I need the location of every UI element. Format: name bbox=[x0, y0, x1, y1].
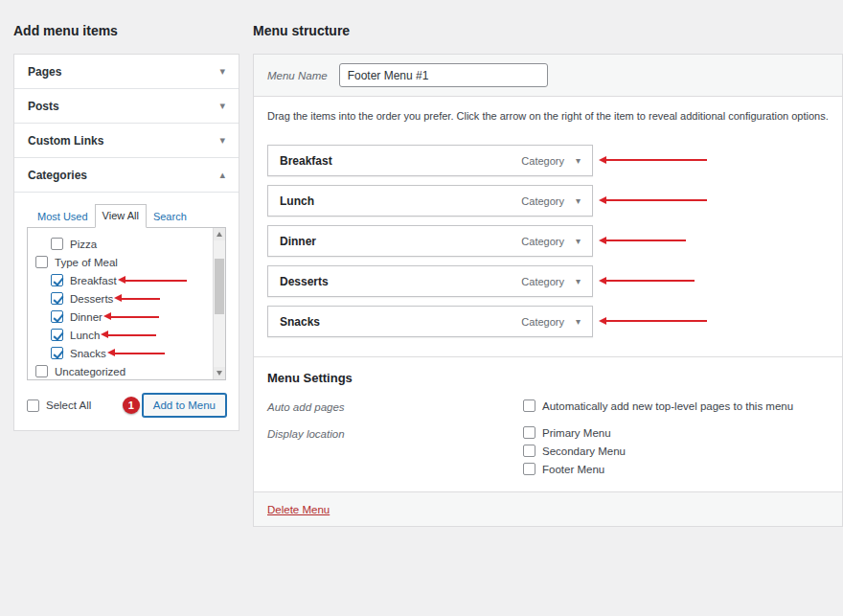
category-label: Pizza bbox=[70, 239, 97, 250]
add-menu-items-title: Add menu items bbox=[13, 23, 118, 38]
step-1-badge: 1 bbox=[123, 397, 140, 414]
tab-most-used[interactable]: Most Used bbox=[31, 206, 95, 228]
red-arrow-left-icon bbox=[606, 159, 707, 161]
red-arrow-left-icon bbox=[606, 280, 695, 282]
category-checkbox-pizza[interactable] bbox=[51, 238, 63, 250]
scrollbar-thumb[interactable] bbox=[215, 259, 224, 314]
red-arrow-left-icon bbox=[108, 334, 156, 336]
primary-menu-checkbox[interactable] bbox=[523, 426, 535, 439]
menu-item-meta: Category ▾ bbox=[521, 155, 581, 167]
menu-item-snacks[interactable]: Snacks Category ▾ bbox=[267, 306, 593, 337]
category-label: Snacks bbox=[70, 348, 106, 359]
category-row-pizza: Pizza bbox=[32, 235, 210, 253]
location-row-primary: Primary Menu bbox=[523, 426, 611, 439]
add-to-menu-actions: 1 Add to Menu bbox=[123, 394, 226, 417]
accordion-custom-links[interactable]: Custom Links ▾ bbox=[14, 124, 239, 158]
accordion-posts[interactable]: Posts ▾ bbox=[14, 89, 239, 124]
menu-item-dinner[interactable]: Dinner Category ▾ bbox=[267, 225, 593, 257]
add-to-menu-button[interactable]: Add to Menu bbox=[143, 394, 226, 417]
location-row-footer: Footer Menu bbox=[523, 463, 604, 475]
accordion-categories[interactable]: Categories ▴ bbox=[14, 158, 239, 193]
delete-menu-link[interactable]: Delete Menu bbox=[267, 504, 330, 515]
section-divider bbox=[254, 356, 842, 357]
chevron-down-icon[interactable]: ▾ bbox=[576, 236, 581, 246]
menu-name-label: Menu Name bbox=[267, 70, 328, 81]
menu-item-type: Category bbox=[521, 195, 564, 207]
category-label: Lunch bbox=[70, 330, 100, 341]
wordpress-menus-screen: Add menu items Pages ▾ Posts ▾ Custom Li… bbox=[0, 0, 843, 616]
category-row-type-of-meal: Type of Meal bbox=[32, 253, 210, 271]
menu-item-label: Snacks bbox=[280, 315, 320, 329]
scrollbar[interactable] bbox=[213, 228, 225, 379]
red-arrow-left-icon bbox=[606, 199, 707, 201]
menu-item-type: Category bbox=[521, 276, 564, 287]
select-all: Select All bbox=[27, 399, 91, 412]
tab-view-all[interactable]: View All bbox=[95, 204, 147, 228]
chevron-down-icon: ▾ bbox=[219, 135, 225, 146]
menu-item-meta: Category ▾ bbox=[521, 276, 581, 287]
footer-menu-label: Footer Menu bbox=[542, 464, 604, 475]
category-row-uncategorized: Uncategorized bbox=[32, 362, 210, 380]
secondary-menu-label: Secondary Menu bbox=[542, 445, 626, 457]
category-checkbox-dinner[interactable] bbox=[51, 310, 63, 323]
menu-item-type: Category bbox=[521, 155, 564, 167]
category-checkbox-desserts[interactable] bbox=[51, 292, 63, 305]
category-checkbox-snacks[interactable] bbox=[51, 347, 63, 359]
category-label: Uncategorized bbox=[55, 366, 125, 377]
menu-name-header: Menu Name bbox=[254, 55, 842, 97]
auto-add-pages-row: Automatically add new top-level pages to… bbox=[523, 399, 793, 412]
menu-settings-title: Menu Settings bbox=[267, 371, 353, 385]
menu-items-list: Breakfast Category ▾ Lunch Category ▾ Di… bbox=[267, 145, 593, 337]
category-label: Type of Meal bbox=[55, 257, 118, 268]
scroll-up-icon[interactable] bbox=[214, 228, 225, 240]
menu-item-label: Lunch bbox=[280, 194, 314, 208]
category-checkbox-uncategorized[interactable] bbox=[35, 365, 48, 377]
tab-search[interactable]: Search bbox=[147, 206, 194, 228]
red-arrow-left-icon bbox=[606, 320, 707, 322]
accordion-pages[interactable]: Pages ▾ bbox=[14, 55, 239, 89]
red-arrow-left-icon bbox=[122, 298, 160, 300]
category-row-snacks: Snacks bbox=[32, 344, 210, 362]
chevron-down-icon[interactable]: ▾ bbox=[576, 316, 581, 327]
chevron-down-icon[interactable]: ▾ bbox=[576, 276, 581, 286]
select-all-checkbox[interactable] bbox=[27, 399, 39, 412]
menu-item-type: Category bbox=[521, 316, 564, 328]
category-checklist: Pizza Type of Meal Breakfast Desserts bbox=[27, 227, 226, 380]
category-label: Breakfast bbox=[70, 275, 117, 286]
menu-footer-bar: Delete Menu bbox=[254, 491, 842, 526]
footer-menu-checkbox[interactable] bbox=[523, 463, 535, 475]
menu-item-type: Category bbox=[521, 236, 564, 247]
chevron-down-icon[interactable]: ▾ bbox=[576, 195, 581, 206]
red-arrow-left-icon bbox=[125, 280, 187, 282]
category-row-lunch: Lunch bbox=[32, 326, 210, 344]
menu-item-label: Desserts bbox=[280, 275, 329, 288]
accordion-posts-label: Posts bbox=[28, 100, 59, 113]
chevron-down-icon[interactable]: ▾ bbox=[576, 155, 581, 166]
accordion-categories-label: Categories bbox=[28, 169, 87, 182]
chevron-down-icon: ▾ bbox=[219, 101, 225, 111]
category-checkbox-lunch[interactable] bbox=[51, 329, 63, 341]
category-checkbox-type-of-meal[interactable] bbox=[35, 256, 48, 268]
category-row-desserts: Desserts bbox=[32, 289, 210, 308]
menu-structure-title: Menu structure bbox=[253, 23, 350, 38]
red-arrow-left-icon bbox=[111, 316, 159, 318]
menu-name-input[interactable] bbox=[339, 63, 548, 87]
accordion-pages-label: Pages bbox=[28, 65, 61, 79]
primary-menu-label: Primary Menu bbox=[542, 427, 611, 439]
auto-add-pages-label: Auto add pages bbox=[267, 401, 345, 413]
menu-item-breakfast[interactable]: Breakfast Category ▾ bbox=[267, 145, 593, 176]
category-label: Dinner bbox=[70, 311, 103, 323]
category-tabs: Most Used View All Search bbox=[27, 204, 226, 228]
red-arrow-left-icon bbox=[606, 240, 686, 241]
category-row-breakfast: Breakfast bbox=[32, 271, 210, 289]
menu-item-meta: Category ▾ bbox=[521, 236, 581, 247]
menu-item-lunch[interactable]: Lunch Category ▾ bbox=[267, 185, 593, 217]
select-all-label: Select All bbox=[46, 399, 91, 411]
menu-item-desserts[interactable]: Desserts Category ▾ bbox=[267, 265, 593, 297]
secondary-menu-checkbox[interactable] bbox=[523, 445, 535, 457]
scroll-down-icon[interactable] bbox=[214, 367, 225, 379]
location-row-secondary: Secondary Menu bbox=[523, 445, 626, 457]
category-label: Desserts bbox=[70, 293, 113, 305]
auto-add-pages-checkbox[interactable] bbox=[523, 399, 535, 412]
category-checkbox-breakfast[interactable] bbox=[51, 274, 63, 286]
